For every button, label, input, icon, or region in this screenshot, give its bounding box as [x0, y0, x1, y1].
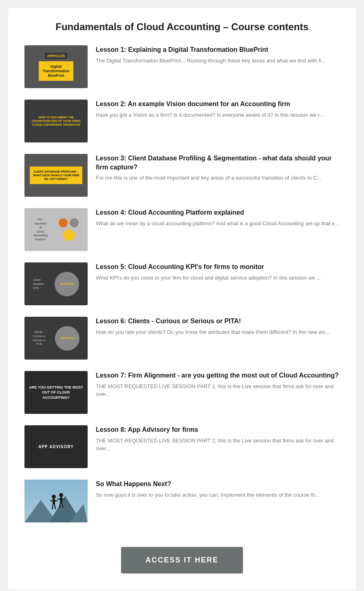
thumb4-left-text: Pre-requisitesofCloudAccountingPlatform [33, 218, 48, 242]
lesson-content-7: Lesson 7: Firm Alignment - are you getti… [96, 371, 340, 398]
lesson-thumbnail-7: ARE YOU GETTING THE MOST OUT OF CLOUD AC… [24, 371, 88, 414]
thumb9-silhouette [24, 480, 88, 522]
lesson-content-4: Lesson 4: Cloud Accounting Platform expl… [96, 208, 340, 227]
lesson-thumbnail-8: APP ADVISORY [24, 425, 88, 468]
lesson-content-2: Lesson 2: An example Vision document for… [96, 100, 340, 119]
thumb2-text: HOW TO DOCUMENT THEVISION/OVERVIEW OF YO… [29, 113, 83, 129]
dot-yellow-1 [63, 229, 75, 241]
thumb6-logo: APPACUS [55, 326, 79, 351]
lesson-desc-9: So now guys it is over to you to take ac… [96, 491, 340, 499]
list-item: CLIENT DATABASE PROFILING –WHAT DATA SHO… [24, 154, 340, 197]
lesson-content-3: Lesson 3: Client Database Profiling & Se… [96, 154, 340, 182]
cta-section: ACCESS IT HERE [24, 539, 340, 573]
thumb4-right-dots [59, 218, 79, 241]
list-item: ARE YOU GETTING THE MOST OUT OF CLOUD AC… [24, 371, 340, 414]
thumb3-text: CLIENT DATABASE PROFILING –WHAT DATA SHO… [33, 170, 79, 181]
thumb1-text: DigitalTransformationBluePrint [43, 64, 70, 78]
lesson-thumbnail-4: Pre-requisitesofCloudAccountingPlatform [24, 208, 88, 251]
list-item: HOW TO DOCUMENT THEVISION/OVERVIEW OF YO… [24, 100, 340, 142]
thumb3-inner: CLIENT DATABASE PROFILING –WHAT DATA SHO… [30, 167, 82, 184]
svg-rect-11 [60, 497, 62, 503]
lesson-thumbnail-3: CLIENT DATABASE PROFILING –WHAT DATA SHO… [24, 154, 88, 197]
lesson-content-1: Lesson 1: Explaining a Digital Transform… [96, 45, 340, 64]
lesson-title-6: Lesson 6: Clients - Curious or Serious o… [96, 317, 340, 326]
lesson-thumbnail-5: CloudAdoptionKPIs APPACUS [24, 262, 88, 305]
thumb8-text: APP ADVISORY [38, 444, 74, 449]
lesson-list: APPACUS DigitalTransformationBluePrint L… [24, 45, 340, 522]
lesson-content-5: Lesson 5: Cloud Accounting KPI's for fir… [96, 262, 340, 282]
lesson-title-2: Lesson 2: An example Vision document for… [96, 100, 340, 109]
lesson-desc-1: The Digital Transformation BluePrint... … [96, 57, 340, 65]
thumb5-logo-text: APPACUS [60, 282, 74, 285]
thumb6-logo-text: APPACUS [60, 337, 74, 340]
lesson-title-9: So What Happens Next? [96, 480, 340, 489]
thumb1-inner: DigitalTransformationBluePrint [39, 61, 74, 81]
lesson-thumbnail-6: Clients -Curious orSerious orPITA APPACU… [24, 317, 88, 360]
list-item: Clients -Curious orSerious orPITA APPACU… [24, 317, 340, 360]
lesson-title-4: Lesson 4: Cloud Accounting Platform expl… [96, 208, 340, 217]
lesson-desc-8: THE MOST REQUESTED LIVE SESSION PART 2; … [96, 437, 340, 453]
lesson-thumbnail-2: HOW TO DOCUMENT THEVISION/OVERVIEW OF YO… [24, 100, 88, 142]
dot-gray-1 [70, 218, 79, 227]
lesson-desc-2: Have you got a Vision as a firm? Is it d… [96, 111, 340, 119]
lesson-thumbnail-9 [24, 480, 88, 522]
lesson-title-7: Lesson 7: Firm Alignment - are you getti… [96, 371, 340, 380]
list-item: So What Happens Next? So now guys it is … [24, 480, 340, 522]
access-it-here-button[interactable]: ACCESS IT HERE [121, 547, 243, 573]
thumb6-left-text: Clients -Curious orSerious orPITA [33, 330, 46, 346]
thumb5-left-text: CloudAdoptionKPIs [33, 278, 44, 290]
lesson-title-8: Lesson 8: App Advisory for firms [96, 425, 340, 434]
lesson-desc-5: What KPI's do you cover in your firm for… [96, 274, 340, 282]
svg-rect-5 [53, 499, 55, 504]
lesson-title-3: Lesson 3: Client Database Profiling & Se… [96, 154, 340, 171]
lesson-desc-4: What do we mean by a cloud accounting pl… [96, 220, 340, 228]
list-item: APP ADVISORY Lesson 8: App Advisory for … [24, 425, 340, 468]
lesson-title-5: Lesson 5: Cloud Accounting KPI's for fir… [96, 262, 340, 271]
lesson-title-1: Lesson 1: Explaining a Digital Transform… [96, 45, 340, 54]
list-item: CloudAdoptionKPIs APPACUS Lesson 5: Clou… [24, 262, 340, 305]
lesson-content-6: Lesson 6: Clients - Curious or Serious o… [96, 317, 340, 336]
lesson-thumbnail-1: APPACUS DigitalTransformationBluePrint [24, 45, 88, 88]
thumb7-text: ARE YOU GETTING THE MOST OUT OF CLOUD AC… [24, 381, 88, 404]
thumb1-logo: APPACUS [45, 53, 67, 59]
lesson-desc-3: For me this is one of the most important… [96, 174, 340, 182]
svg-point-4 [52, 495, 56, 499]
list-item: APPACUS DigitalTransformationBluePrint L… [24, 45, 340, 88]
lesson-content-8: Lesson 8: App Advisory for firms THE MOS… [96, 425, 340, 453]
page-container: Fundamentals of Cloud Accounting – Cours… [8, 8, 356, 590]
lesson-content-9: So What Happens Next? So now guys it is … [96, 480, 340, 499]
thumb5-logo: APPACUS [55, 272, 79, 296]
lesson-desc-7: THE MOST REQUESTED LIVE SESSION PART 1; … [96, 382, 340, 398]
list-item: Pre-requisitesofCloudAccountingPlatform … [24, 208, 340, 251]
lesson-desc-6: How do you rate your clients? Do you kno… [96, 328, 340, 336]
dot-orange-1 [59, 218, 68, 227]
svg-point-10 [59, 493, 63, 497]
page-title: Fundamentals of Cloud Accounting – Cours… [24, 20, 340, 33]
